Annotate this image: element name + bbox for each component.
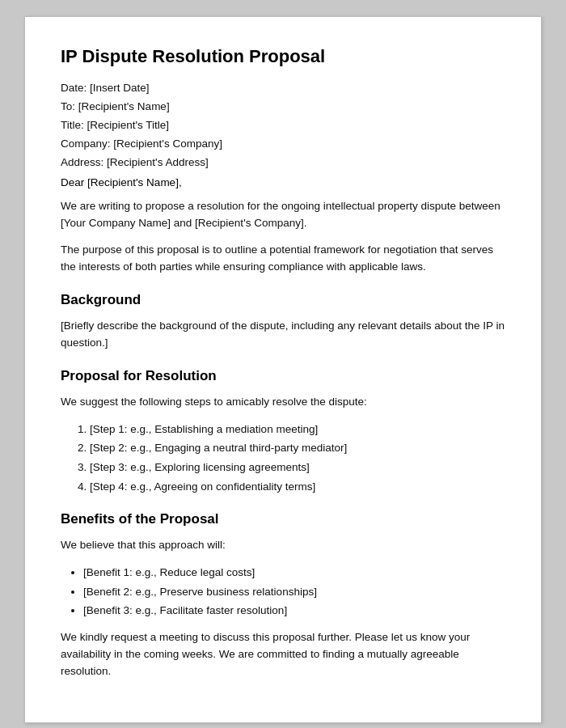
proposal-intro: We suggest the following steps to amicab… [61, 394, 505, 411]
intro-paragraph-1: We are writing to propose a resolution f… [61, 198, 505, 232]
closing-paragraph: We kindly request a meeting to discuss t… [61, 629, 505, 680]
list-item: [Step 3: e.g., Exploring licensing agree… [90, 459, 505, 476]
date-line: Date: [Insert Date] [61, 82, 505, 94]
background-body: [Briefly describe the background of the … [61, 318, 505, 352]
benefits-intro: We believe that this approach will: [61, 537, 505, 554]
document-title: IP Dispute Resolution Proposal [61, 46, 505, 67]
section-heading-benefits: Benefits of the Proposal [61, 511, 505, 527]
list-item: [Step 1: e.g., Establishing a mediation … [90, 421, 505, 438]
list-item: [Benefit 2: e.g., Preserve business rela… [83, 583, 505, 601]
list-item: [Benefit 3: e.g., Facilitate faster reso… [83, 602, 505, 620]
list-item: [Step 2: e.g., Engaging a neutral third-… [90, 439, 505, 457]
section-heading-proposal: Proposal for Resolution [61, 368, 505, 384]
section-heading-background: Background [61, 292, 505, 308]
list-item: [Benefit 1: e.g., Reduce legal costs] [83, 564, 505, 582]
title-line: Title: [Recipient's Title] [61, 119, 505, 131]
proposal-steps-list: [Step 1: e.g., Establishing a mediation … [90, 421, 505, 495]
company-line: Company: [Recipient's Company] [61, 138, 505, 150]
benefits-list: [Benefit 1: e.g., Reduce legal costs] [B… [83, 564, 505, 620]
salutation: Dear [Recipient's Name], [61, 176, 505, 188]
list-item: [Step 4: e.g., Agreeing on confidentiali… [90, 478, 505, 496]
document-container: IP Dispute Resolution Proposal Date: [In… [24, 16, 542, 723]
to-line: To: [Recipient's Name] [61, 100, 505, 112]
intro-paragraph-2: The purpose of this proposal is to outli… [61, 242, 505, 276]
address-line: Address: [Recipient's Address] [61, 156, 505, 168]
